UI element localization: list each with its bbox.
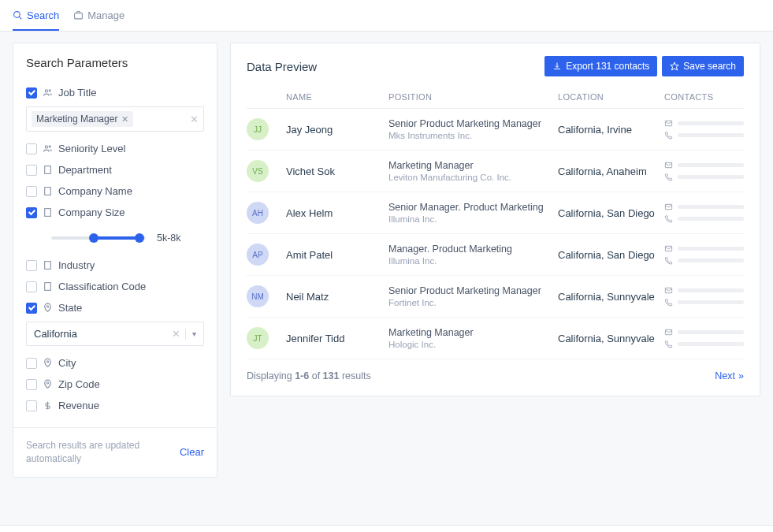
state-select[interactable]: ✕ ▾ — [26, 322, 204, 346]
param-label: City — [58, 357, 76, 369]
phone-icon — [664, 340, 673, 348]
company-size-checkbox[interactable] — [26, 207, 37, 218]
param-label: Company Size — [58, 206, 125, 218]
department-checkbox[interactable] — [26, 165, 37, 176]
row-position: Marketing Manager — [388, 327, 558, 338]
mail-icon — [664, 244, 673, 253]
job-title-checkbox[interactable] — [26, 87, 37, 99]
tab-search[interactable]: Search — [13, 0, 59, 31]
svg-rect-2 — [75, 13, 83, 19]
zip-checkbox[interactable] — [26, 379, 37, 390]
company-name-checkbox[interactable] — [26, 186, 37, 197]
param-label: Seniority Level — [58, 143, 125, 154]
pin-icon — [43, 358, 53, 368]
chip-remove-icon[interactable]: ✕ — [121, 114, 128, 125]
input-clear-icon[interactable]: ✕ — [190, 113, 199, 125]
phone-contact[interactable] — [664, 298, 744, 307]
avatar: AH — [247, 202, 269, 224]
save-search-button[interactable]: Save search — [662, 56, 744, 76]
job-title-chip[interactable]: Marketing Manager ✕ — [32, 111, 133, 127]
avatar: VS — [247, 160, 269, 182]
row-location: California, San Diego — [558, 207, 664, 219]
table-row[interactable]: AH Alex Helm Senior Manager. Product Mar… — [247, 192, 744, 234]
tab-manage[interactable]: Manage — [73, 0, 124, 31]
export-button[interactable]: Export 131 contacts — [544, 56, 657, 76]
seniority-checkbox[interactable] — [26, 143, 37, 154]
svg-point-4 — [49, 90, 50, 91]
row-position: Senior Product Marketing Manager — [388, 118, 558, 129]
email-contact[interactable] — [664, 203, 744, 211]
pin-icon — [43, 303, 53, 313]
next-button[interactable]: Next » — [715, 370, 744, 381]
row-name: Jennifer Tidd — [286, 333, 388, 344]
email-contact[interactable] — [664, 244, 744, 253]
param-zip[interactable]: Zip Code — [26, 374, 204, 395]
table-row[interactable]: AP Amit Patel Manager. Product Marketing… — [247, 234, 744, 276]
param-company-size[interactable]: Company Size — [26, 202, 204, 223]
phone-contact[interactable] — [664, 256, 744, 265]
slider-handle-min[interactable] — [89, 233, 98, 243]
svg-point-0 — [14, 12, 20, 18]
industry-checkbox[interactable] — [26, 260, 37, 271]
slider-value-label: 5k-8k — [157, 233, 181, 244]
table-row[interactable]: VS Vichet Sok Marketing Manager Leviton … — [247, 151, 744, 192]
param-revenue[interactable]: Revenue — [26, 395, 204, 416]
people-icon — [43, 143, 53, 154]
phone-icon — [664, 173, 673, 181]
row-position: Manager. Product Marketing — [388, 244, 558, 255]
state-input[interactable] — [34, 328, 167, 340]
row-company: Illumina Inc. — [388, 256, 558, 266]
param-label: Company Name — [58, 185, 132, 197]
svg-rect-12 — [45, 188, 51, 195]
row-company: Hologic Inc. — [388, 340, 558, 349]
classification-checkbox[interactable] — [26, 281, 37, 292]
email-contact[interactable] — [664, 286, 744, 295]
phone-contact[interactable] — [664, 214, 744, 223]
state-checkbox[interactable] — [26, 303, 37, 314]
param-state[interactable]: State — [26, 297, 204, 318]
state-clear-icon[interactable]: ✕ — [167, 328, 185, 340]
email-contact[interactable] — [664, 328, 744, 337]
phone-contact[interactable] — [664, 131, 744, 140]
param-department[interactable]: Department — [26, 159, 204, 180]
data-preview-title: Data Preview — [247, 60, 317, 73]
param-job-title[interactable]: Job Title — [26, 82, 204, 103]
city-checkbox[interactable] — [26, 358, 37, 369]
table-row[interactable]: NM Neil Matz Senior Product Marketing Ma… — [247, 276, 744, 318]
search-parameters-panel: Search Parameters Job Title Marketing Ma… — [13, 43, 217, 478]
param-company-name[interactable]: Company Name — [26, 180, 204, 202]
email-contact[interactable] — [664, 119, 744, 128]
col-location: LOCATION — [558, 92, 664, 102]
row-location: California, San Diego — [558, 249, 664, 261]
param-label: Classification Code — [58, 281, 146, 292]
row-company: Mks Instruments Inc. — [388, 131, 558, 140]
revenue-checkbox[interactable] — [26, 400, 37, 411]
sidebar-title: Search Parameters — [13, 43, 217, 76]
clear-button[interactable]: Clear — [180, 446, 204, 458]
param-city[interactable]: City — [26, 352, 204, 374]
table-row[interactable]: JT Jennifer Tidd Marketing Manager Holog… — [247, 318, 744, 359]
avatar: JJ — [247, 118, 269, 140]
svg-marker-20 — [671, 62, 678, 70]
svg-point-16 — [46, 306, 48, 307]
slider-handle-max[interactable] — [135, 233, 144, 243]
table-row[interactable]: JJ Jay Jeong Senior Product Marketing Ma… — [247, 109, 744, 151]
mail-icon — [664, 328, 673, 337]
row-name: Amit Patel — [286, 249, 388, 261]
svg-point-18 — [46, 382, 48, 384]
job-title-input[interactable]: Marketing Manager ✕ ✕ — [26, 106, 204, 132]
param-industry[interactable]: Industry — [26, 255, 204, 276]
phone-contact[interactable] — [664, 340, 744, 348]
download-icon — [552, 61, 562, 71]
company-size-slider[interactable] — [51, 236, 146, 240]
chevron-down-icon[interactable]: ▾ — [186, 329, 196, 338]
results-count: Displaying 1-6 of 131 results — [247, 370, 371, 381]
phone-contact[interactable] — [664, 173, 744, 181]
pin-icon — [43, 379, 53, 389]
email-contact[interactable] — [664, 161, 744, 169]
col-name: NAME — [286, 92, 388, 102]
svg-rect-13 — [45, 209, 51, 217]
param-classification[interactable]: Classification Code — [26, 276, 204, 297]
row-location: California, Irvine — [558, 124, 664, 136]
param-seniority[interactable]: Seniority Level — [26, 138, 204, 159]
